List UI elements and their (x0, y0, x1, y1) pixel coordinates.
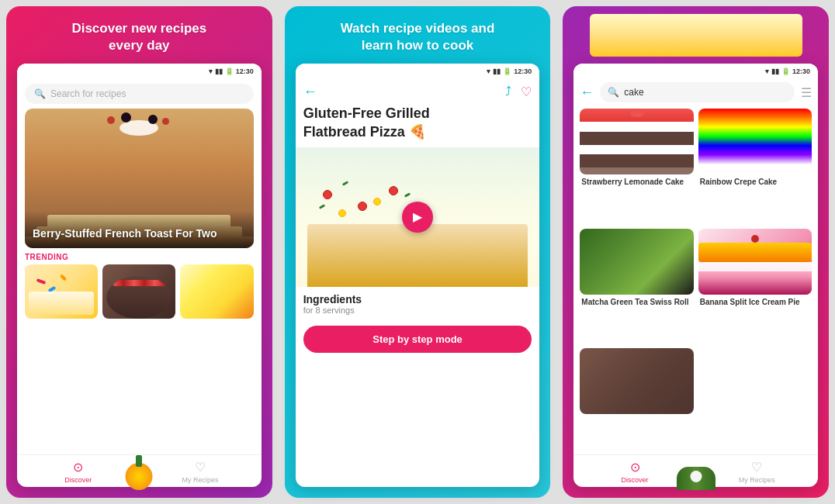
trending-food-3 (180, 264, 253, 319)
status-icons-2: ▾ ▮▮ 🔋 12:30 (487, 67, 532, 75)
heart-icon-nav-3: ♡ (751, 460, 762, 475)
recipe-name-1: Strawberry Lemonade Cake (580, 177, 693, 187)
hero-image[interactable]: Berry-Stuffed French Toast For Two (25, 109, 254, 248)
time-display-2: 12:30 (514, 67, 532, 75)
search-row-3: ← 🔍 cake ☰ (573, 79, 818, 105)
back-button-2[interactable]: ← (303, 84, 317, 100)
signal-icon: ▮▮ (215, 67, 223, 75)
berry-decoration-4 (162, 118, 169, 125)
search-icon-3: 🔍 (608, 87, 619, 98)
ingredients-title: Ingredients (303, 293, 532, 306)
trending-food-2 (102, 264, 175, 319)
play-button[interactable]: ▶ (402, 202, 433, 233)
recipe-thumb-2 (698, 109, 812, 174)
heart-icon-nav: ♡ (195, 460, 206, 475)
trending-item-2[interactable] (102, 264, 175, 319)
pie-visual (106, 276, 172, 319)
recipe-thumb-4 (698, 229, 812, 295)
banana-layer (698, 243, 812, 262)
play-icon: ▶ (413, 209, 422, 224)
panel-discover: Discover new recipes every day ▾ ▮▮ 🔋 12… (6, 6, 272, 498)
recipe-image-area[interactable]: ▶ (296, 147, 540, 287)
favorite-icon[interactable]: ♡ (521, 85, 532, 99)
recipe-card-5[interactable] (580, 348, 693, 451)
ingredients-section: Ingredients for 8 servings (296, 287, 540, 321)
panel1-title: Discover new recipes every day (71, 20, 206, 54)
recipe-thumb-5 (580, 348, 693, 414)
recipe-actions: ⤴ ♡ (505, 85, 532, 99)
wifi-icon: ▾ (209, 67, 213, 75)
recipe-card-3[interactable]: Matcha Green Tea Swiss Roll (580, 229, 693, 344)
search-bar-1[interactable]: 🔍 Search for recipes (25, 84, 254, 104)
last-cake-visual (580, 348, 693, 414)
search-icon: 🔍 (34, 88, 46, 99)
hero-recipe-title: Berry-Stuffed French Toast For Two (33, 226, 246, 240)
recipe-title: Gluten-Free Grilled Flatbread Pizza 🍕 (296, 105, 540, 147)
recipe-name-3: Matcha Green Tea Swiss Roll (580, 297, 693, 307)
battery-icon-2: 🔋 (503, 67, 511, 75)
time-display-3: 12:30 (792, 67, 810, 75)
recipe-card-2[interactable]: Rainbow Crepe Cake (698, 109, 812, 224)
nav-discover-label: Discover (64, 476, 92, 484)
status-bar-3: ▾ ▮▮ 🔋 12:30 (573, 64, 818, 79)
strawberry-cake-visual (580, 109, 693, 174)
discover-icon-3: ⊙ (630, 460, 640, 475)
time-display: 12:30 (236, 67, 254, 75)
status-bar-1: ▾ ▮▮ 🔋 12:30 (17, 64, 262, 79)
phone-frame-3: ▾ ▮▮ 🔋 12:30 ← 🔍 cake ☰ (573, 64, 818, 487)
battery-icon-3: 🔋 (781, 67, 790, 75)
trending-label: TRENDING (17, 248, 262, 264)
play-overlay[interactable]: ▶ (296, 147, 540, 287)
trending-item-1[interactable] (25, 264, 98, 319)
panel-video: Watch recipe videos and learn how to coo… (285, 6, 551, 498)
cherry-topper (751, 235, 759, 243)
berry-decoration-3 (107, 116, 115, 124)
recipe-header: ← ⤴ ♡ (296, 79, 540, 105)
phone-frame-2: ▾ ▮▮ 🔋 12:30 ← ⤴ ♡ Gluten-Free Grilled F… (296, 64, 540, 487)
pie-stripes (113, 280, 165, 286)
recipe-grid: Strawberry Lemonade Cake Rainbow Crepe C… (573, 105, 818, 454)
signal-icon-3: ▮▮ (771, 67, 779, 75)
status-icons-1: ▾ ▮▮ 🔋 12:30 (209, 67, 254, 75)
matcha-roll-visual (580, 229, 693, 295)
recipe-name-2: Rainbow Crepe Cake (698, 177, 812, 187)
nav-discover-label-3: Discover (622, 476, 649, 484)
filter-icon[interactable]: ☰ (801, 85, 812, 100)
search-bar-3[interactable]: 🔍 cake (600, 82, 795, 102)
hero-overlay: Berry-Stuffed French Toast For Two (25, 211, 254, 248)
trending-item-3[interactable] (180, 264, 253, 319)
trending-food-1 (25, 264, 98, 319)
battery-icon: 🔋 (225, 67, 234, 75)
recipe-card-1[interactable]: Strawberry Lemonade Cake (580, 109, 693, 224)
search-placeholder-1: Search for recipes (50, 88, 126, 99)
recipe-thumb-3 (580, 229, 693, 295)
nav-my-recipes-label-3: My Recipes (739, 476, 775, 484)
nav-my-recipes-1[interactable]: ♡ My Recipes (139, 460, 261, 484)
step-by-step-button[interactable]: Step by step mode (303, 326, 532, 353)
discover-icon: ⊙ (73, 460, 83, 475)
berry-decoration-2 (148, 115, 158, 124)
back-button-3[interactable]: ← (580, 85, 594, 101)
sprinkle-1 (36, 278, 47, 285)
banana-split-visual (698, 229, 812, 295)
cake-strawberry-topper (630, 111, 644, 117)
wifi-icon-3: ▾ (765, 67, 769, 75)
servings-text: for 8 servings (303, 306, 532, 315)
search-query: cake (624, 87, 643, 98)
status-bar-2: ▾ ▮▮ 🔋 12:30 (296, 64, 540, 79)
nav-my-recipes-label: My Recipes (182, 476, 219, 484)
signal-icon-2: ▮▮ (493, 67, 501, 75)
status-icons-3: ▾ ▮▮ 🔋 12:30 (765, 67, 810, 75)
recipe-card-4[interactable]: Banana Split Ice Cream Pie (698, 229, 812, 344)
berry-decoration-1 (121, 112, 131, 123)
wifi-icon-2: ▾ (487, 67, 490, 75)
panel-search: Find recipes that fit your unique needs … (563, 6, 829, 498)
sprinkle-3 (60, 274, 67, 281)
recipe-name-4: Banana Split Ice Cream Pie (698, 297, 812, 307)
share-icon[interactable]: ⤴ (505, 85, 511, 99)
trending-grid (17, 264, 262, 454)
nav-discover-1[interactable]: ⊙ Discover (17, 460, 139, 484)
cake-base-1 (29, 292, 94, 315)
recipe-thumb-1 (580, 109, 693, 174)
cream-layer (698, 262, 812, 271)
